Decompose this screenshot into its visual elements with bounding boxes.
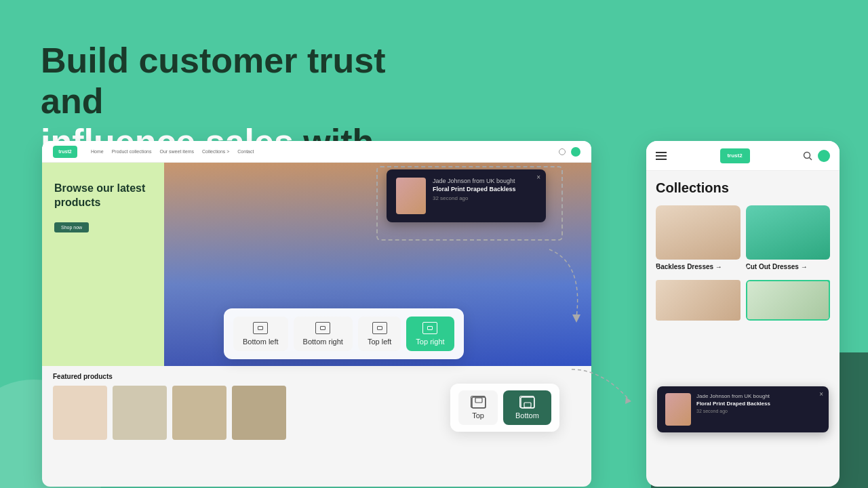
pos-icon-inner-4 bbox=[427, 326, 433, 330]
position-selector: Bottom left Bottom right Top left Top ri… bbox=[224, 308, 464, 359]
mobile-nav-right bbox=[803, 150, 830, 162]
desktop-notif-text: Jade Johnson from UK bought Floral Print… bbox=[433, 178, 536, 201]
mobile-notif-product: Floral Print Draped Backless bbox=[696, 401, 770, 407]
svg-line-6 bbox=[810, 157, 812, 160]
pos-icon-inner bbox=[258, 326, 263, 330]
pos-label-top-right: Top right bbox=[416, 338, 444, 346]
mobile-collection-cutout[interactable]: Cut Out Dresses → bbox=[746, 205, 831, 270]
mockup-logo: trust2 bbox=[53, 146, 77, 158]
connection-arrow bbox=[568, 366, 636, 409]
desktop-notif-time: 32 second ago bbox=[433, 195, 536, 201]
svg-marker-7 bbox=[625, 397, 631, 404]
hero-title: Browse our latest products bbox=[54, 182, 152, 210]
pos-icon-bottom-left bbox=[253, 322, 268, 334]
vert-btn-top[interactable]: Top bbox=[458, 390, 498, 425]
backless-dresses-img bbox=[656, 205, 741, 260]
mobile-content: Collections Backless Dresses → Cut Out D… bbox=[646, 171, 840, 330]
mobile-collections-title: Collections bbox=[656, 180, 830, 196]
svg-rect-1 bbox=[475, 398, 482, 403]
nav-item-collections: Collections > bbox=[202, 149, 229, 154]
pos-btn-top-left[interactable]: Top left bbox=[358, 317, 401, 351]
mobile-collection-backless[interactable]: Backless Dresses → bbox=[656, 205, 741, 270]
pos-icon-top-left bbox=[372, 322, 387, 334]
mobile-logo: trust2 bbox=[720, 148, 750, 163]
pos-btn-bottom-left[interactable]: Bottom left bbox=[233, 317, 288, 351]
desktop-notification-popup: × Jade Johnson from UK bought Floral Pri… bbox=[387, 169, 546, 222]
pos-btn-top-right[interactable]: Top right bbox=[406, 317, 454, 351]
featured-products-title: Featured products bbox=[53, 373, 580, 380]
mobile-collections-grid: Backless Dresses → Cut Out Dresses → bbox=[656, 205, 830, 270]
mockup-nav-right bbox=[559, 147, 580, 157]
desktop-notif-product: Floral Print Draped Backless bbox=[433, 186, 536, 192]
pos-icon-bottom-right bbox=[315, 322, 330, 334]
svg-rect-3 bbox=[524, 403, 531, 407]
svg-marker-4 bbox=[572, 314, 580, 323]
mobile-cart-icon[interactable] bbox=[818, 150, 830, 162]
mockup-hero-text: Browse our latest products Shop now bbox=[42, 163, 164, 366]
pos-icon-inner-2 bbox=[320, 326, 326, 330]
product-card-2 bbox=[113, 386, 167, 440]
vert-label-bottom: Bottom bbox=[515, 411, 539, 420]
mobile-collection-img2-right bbox=[746, 280, 831, 321]
pos-btn-bottom-right[interactable]: Bottom right bbox=[294, 317, 353, 351]
mobile-notif-name: Jade Johnson from UK bought bbox=[696, 393, 770, 399]
hamburger-menu[interactable] bbox=[656, 152, 667, 160]
shop-now-button[interactable]: Shop now bbox=[54, 222, 89, 232]
pos-label-bottom-right: Bottom right bbox=[303, 338, 343, 346]
pos-label-bottom-left: Bottom left bbox=[243, 338, 279, 346]
nav-item-products: Product collections bbox=[112, 149, 152, 154]
vert-icon-bottom bbox=[519, 396, 534, 408]
cutout-dresses-img bbox=[746, 205, 831, 260]
product-card-4 bbox=[232, 386, 286, 440]
product-card-1 bbox=[53, 386, 107, 440]
mockup-cart-avatar bbox=[571, 147, 580, 157]
mockup-nav-items: Home Product collections Our sweet items… bbox=[91, 149, 254, 154]
vert-label-top: Top bbox=[472, 411, 484, 420]
vertical-selector: Top Bottom bbox=[450, 384, 559, 432]
mobile-nav: trust2 bbox=[646, 141, 840, 171]
mobile-notif-close[interactable]: × bbox=[819, 390, 823, 398]
curved-arrow bbox=[542, 243, 597, 327]
desktop-notif-close[interactable]: × bbox=[536, 174, 540, 181]
mobile-collection-row2 bbox=[656, 280, 830, 321]
vert-icon-top bbox=[471, 396, 486, 408]
pos-icon-top-right bbox=[422, 322, 437, 334]
nav-item-sweet: Our sweet items bbox=[159, 149, 194, 154]
vert-btn-bottom[interactable]: Bottom bbox=[503, 390, 551, 425]
desktop-notif-name: Jade Johnson from UK bought bbox=[433, 178, 536, 184]
pos-label-top-left: Top left bbox=[368, 338, 391, 346]
nav-item-home: Home bbox=[91, 149, 104, 154]
desktop-notif-thumbnail bbox=[396, 178, 426, 214]
mobile-search-icon[interactable] bbox=[803, 151, 812, 161]
mobile-notification-popup: × Jade Johnson from UK bought Floral Pri… bbox=[657, 386, 829, 432]
nav-item-contact: Contact bbox=[237, 149, 254, 154]
mobile-notif-time: 32 second ago bbox=[696, 409, 770, 413]
backless-dresses-label: Backless Dresses → bbox=[656, 263, 741, 270]
mobile-collection-img2-left bbox=[656, 280, 741, 321]
svg-point-5 bbox=[804, 152, 810, 158]
mobile-notif-text: Jade Johnson from UK bought Floral Print… bbox=[696, 393, 770, 413]
mobile-notif-thumbnail bbox=[665, 393, 691, 426]
mockup-nav: trust2 Home Product collections Our swee… bbox=[42, 141, 591, 163]
pos-icon-inner-3 bbox=[377, 326, 382, 330]
headline-line1: Build customer trust and bbox=[41, 41, 386, 121]
mockup-search-icon bbox=[559, 148, 566, 155]
product-card-3 bbox=[172, 386, 226, 440]
cutout-dresses-label: Cut Out Dresses → bbox=[746, 263, 831, 270]
mobile-mockup: trust2 Collections Backless Dresses → Cu… bbox=[646, 141, 840, 487]
